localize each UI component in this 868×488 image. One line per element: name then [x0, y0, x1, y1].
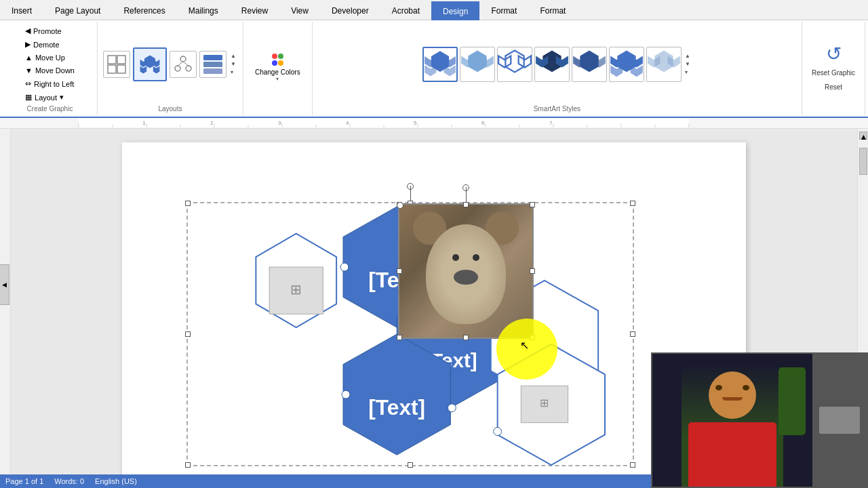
smartart-style-7[interactable] — [646, 47, 682, 82]
styles-scroll-up-icon[interactable]: ▲ — [685, 52, 690, 60]
img-handle-bl[interactable] — [397, 335, 402, 340]
img-handle-tm[interactable] — [463, 202, 469, 207]
webcam-thumbnail — [812, 354, 867, 487]
ribbon-group-change-colors: Change Colors ▾ — [243, 22, 313, 115]
scroll-down-icon[interactable]: ▼ — [231, 60, 236, 68]
svg-marker-6 — [153, 59, 160, 66]
thumb-image — [819, 407, 860, 434]
left-sidebar: ◀ — [0, 129, 11, 488]
smartart-style-5[interactable] — [572, 47, 607, 82]
reset-graphic-icon: ↺ — [826, 43, 842, 65]
tab-mailings[interactable]: Mailings — [177, 1, 230, 20]
layouts-scroll-buttons[interactable]: ▲ ▼ ▾ — [229, 52, 237, 77]
svg-rect-14 — [203, 55, 222, 60]
layout-thumb-2[interactable] — [133, 47, 167, 81]
person-silhouette — [682, 365, 783, 487]
img-circle-handle-tl[interactable] — [397, 202, 403, 209]
reset-button[interactable]: Reset — [820, 81, 847, 94]
img-handle-tr[interactable] — [530, 202, 535, 207]
video-overlay — [651, 352, 868, 488]
smartart-style-3[interactable] — [497, 47, 532, 82]
tab-format-2[interactable]: Format — [528, 1, 577, 20]
styles-scroll-buttons[interactable]: ▲ ▼ ▾ — [684, 52, 692, 77]
move-up-arrow-icon: ▲ — [25, 54, 33, 62]
img-handle-ml[interactable] — [397, 268, 402, 274]
img-handle-mr[interactable] — [530, 268, 535, 274]
change-colors-button[interactable]: Change Colors ▾ — [249, 50, 307, 85]
styles-scroll-down-icon[interactable]: ▼ — [685, 60, 690, 68]
ribbon-group-reset: ↺ Reset Graphic Reset — [802, 22, 865, 115]
scroll-expand-icon[interactable]: ▾ — [231, 68, 236, 77]
tab-view[interactable]: View — [279, 1, 320, 20]
smartart-style-6[interactable] — [609, 47, 644, 82]
layout-thumb-3[interactable] — [170, 51, 197, 78]
tab-page-layout[interactable]: Page Layout — [43, 1, 112, 20]
svg-point-87 — [494, 428, 502, 436]
tab-bar: Insert Page Layout References Mailings R… — [0, 0, 868, 20]
svg-text:⊞: ⊞ — [540, 397, 549, 409]
color-dots — [272, 54, 283, 59]
svg-text:4: 4 — [346, 120, 349, 126]
svg-rect-15 — [203, 62, 222, 67]
svg-rect-0 — [108, 56, 116, 64]
right-to-left-button[interactable]: ⇔ Right to Left — [20, 77, 79, 90]
svg-marker-25 — [505, 50, 524, 72]
ribbon-group-create-graphic: ◀ Promote ▶ Demote ▲ Move Up ▼ Move Down… — [3, 22, 98, 115]
image-selection-box[interactable] — [398, 203, 534, 339]
panel-collapse-button[interactable]: ◀ — [0, 264, 9, 305]
tab-acrobat[interactable]: Acrobat — [380, 1, 431, 20]
scrollbar-up-button[interactable]: ▲ — [859, 131, 867, 140]
svg-text:7: 7 — [549, 120, 553, 126]
thumb-content — [812, 354, 867, 487]
smartart-style-4[interactable] — [534, 47, 570, 82]
layout-thumb-4[interactable] — [199, 51, 226, 78]
svg-text:[Text]: [Text] — [368, 395, 425, 420]
smartart-style-1[interactable] — [422, 47, 458, 82]
change-colors-dropdown-icon: ▾ — [276, 76, 279, 82]
layout-icon: ▦ — [25, 93, 32, 102]
svg-marker-8 — [153, 66, 160, 73]
svg-text:6: 6 — [481, 120, 485, 126]
move-up-button[interactable]: ▲ Move Up — [20, 52, 70, 64]
tab-design[interactable]: Design — [431, 1, 479, 20]
page-info: Page 1 of 1 — [5, 477, 43, 485]
svg-text:3: 3 — [278, 120, 281, 126]
tab-format-1[interactable]: Format — [479, 1, 528, 20]
person-body — [688, 422, 776, 487]
svg-text:5: 5 — [414, 120, 417, 126]
demote-button[interactable]: ▶ Demote — [20, 38, 64, 51]
move-down-button[interactable]: ▼ Move Down — [20, 64, 79, 77]
tab-developer[interactable]: Developer — [320, 1, 380, 20]
svg-point-75 — [340, 263, 349, 271]
person-head — [709, 371, 756, 419]
svg-line-13 — [183, 62, 189, 66]
tab-references[interactable]: References — [112, 1, 176, 20]
right-to-left-icon: ⇔ — [25, 79, 31, 88]
smartart-style-2[interactable] — [460, 47, 495, 82]
svg-text:⊞: ⊞ — [290, 282, 302, 297]
svg-point-9 — [180, 56, 186, 62]
yellow-highlight-circle — [496, 319, 557, 380]
word-count: Words: 0 — [54, 477, 84, 485]
styles-expand-icon[interactable]: ▾ — [685, 68, 690, 77]
scrollbar-thumb[interactable] — [859, 148, 867, 175]
tab-insert[interactable]: Insert — [0, 1, 43, 20]
svg-marker-7 — [140, 66, 147, 73]
tab-review[interactable]: Review — [230, 1, 279, 20]
smartart-frame[interactable]: ⊞ [Text] [Text] [Text] — [186, 202, 634, 466]
svg-marker-5 — [140, 59, 147, 66]
svg-line-12 — [178, 62, 183, 66]
layout-button[interactable]: ▦ Layout ▾ — [20, 91, 68, 104]
create-graphic-label: Create Graphic — [27, 104, 73, 113]
layout-dropdown-icon: ▾ — [60, 93, 64, 102]
scroll-up-icon[interactable]: ▲ — [231, 52, 236, 60]
svg-rect-3 — [117, 65, 125, 73]
svg-rect-2 — [108, 65, 116, 73]
layout-thumb-1[interactable] — [103, 51, 130, 78]
svg-point-11 — [186, 66, 191, 71]
img-handle-bm[interactable] — [463, 335, 469, 340]
svg-rect-16 — [203, 68, 222, 74]
demote-arrow-icon: ▶ — [25, 40, 31, 49]
reset-graphic-button[interactable]: Reset Graphic — [808, 66, 859, 79]
promote-button[interactable]: ◀ Promote — [20, 24, 66, 37]
